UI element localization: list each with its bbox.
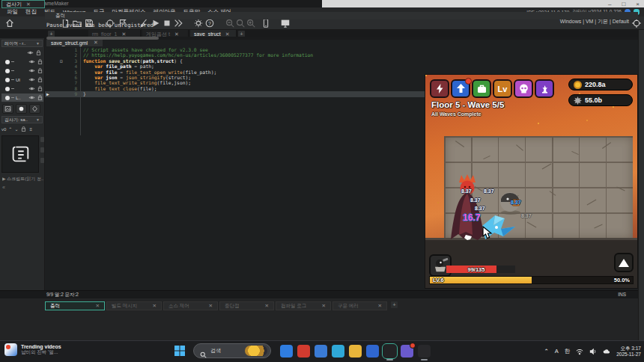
background-layer-button[interactable] (2, 104, 13, 114)
debug-icon[interactable] (173, 18, 183, 28)
layer-row-UI[interactable]: UI (1, 76, 43, 84)
game-button-inventory[interactable] (472, 79, 491, 98)
close-icon[interactable]: ✕ (378, 303, 382, 309)
output-subtab-label[interactable]: 출력 (55, 13, 65, 19)
code-line-4[interactable]: 4 var file_path = path; (45, 64, 635, 69)
menu-icon[interactable]: ≡ (29, 127, 32, 132)
layers-dropdown-label: 레이어 - r.. (4, 40, 25, 47)
layer-row-3[interactable] (1, 85, 43, 93)
output-tab-중단점[interactable]: 중단점✕ (219, 301, 274, 310)
wifi-icon[interactable] (576, 348, 583, 355)
close-icon[interactable]: ✕ (26, 1, 31, 7)
eye-icon[interactable] (28, 67, 35, 74)
help-icon[interactable]: ? (204, 18, 215, 28)
lock-icon[interactable] (37, 85, 43, 92)
close-icon[interactable]: × (636, 1, 640, 7)
script-preview[interactable] (1, 135, 39, 173)
add-output-tab-button[interactable]: + (391, 301, 398, 308)
ime-latin-indicator[interactable]: A (555, 348, 559, 355)
output-tab-컴파일 로그[interactable]: 컴파일 로그✕ (276, 301, 331, 310)
lock-icon[interactable] (37, 94, 43, 101)
layer-row-L..[interactable]: L.. (1, 93, 43, 102)
search-highlight-image[interactable] (245, 346, 267, 356)
hidden-icons-chevron[interactable]: ⌃ (544, 348, 548, 355)
scrollbar-thumb[interactable] (46, 37, 159, 40)
game-button-upgrade[interactable] (451, 79, 470, 98)
script-tool-icon[interactable] (40, 158, 44, 163)
script-readonly-label[interactable]: ▶ 스크립트(읽기 전.. (2, 176, 44, 182)
script-tool-icon[interactable] (40, 147, 44, 153)
menu-파일[interactable]: 파일 (3, 8, 22, 16)
script-tool-icon[interactable] (40, 137, 44, 142)
window-controls[interactable]: – □ × (608, 0, 643, 7)
game-button-trophy[interactable] (535, 79, 554, 98)
code-line-3[interactable]: 3⊟function save_struct(path,struct) { (45, 58, 635, 64)
code-line-2[interactable]: 2// https://help.yoyogames.com/hc/en-us/… (45, 52, 635, 58)
layer-row-1[interactable] (1, 67, 43, 75)
layer-row-0[interactable] (1, 58, 43, 66)
output-log-line: Pause event has been unregistered (46, 22, 154, 28)
inspector-dropdown[interactable]: 검사기: sa.. ▼ (1, 116, 43, 123)
eye-icon[interactable] (28, 85, 35, 92)
game-button-enemies[interactable] (514, 79, 533, 98)
close-icon[interactable]: ✕ (96, 303, 100, 309)
code-line-1[interactable]: 1// Script assets have changed for v2.3.… (45, 47, 635, 52)
taskbar-app-app-red-diamond[interactable] (297, 345, 310, 358)
eye-icon[interactable] (28, 76, 35, 83)
home-icon[interactable] (4, 18, 15, 28)
weather-widget[interactable]: Trending videos 남미의 진짜 '얼... (4, 343, 61, 356)
taskbar-app-gamemaker-active[interactable] (418, 345, 431, 358)
maximize-icon[interactable]: □ (622, 1, 625, 7)
minimize-icon[interactable]: – (608, 1, 611, 7)
taskbar-app-copilot[interactable] (280, 345, 293, 358)
lock-icon[interactable] (37, 67, 43, 74)
chevron-up-icon[interactable]: ⌃ (8, 126, 12, 132)
fold-icon[interactable]: ⊟ (60, 58, 65, 64)
taskbar-app-discord[interactable] (401, 345, 413, 358)
zoom-in-icon[interactable] (246, 18, 256, 28)
chevron-down-icon[interactable]: ⌄ (14, 126, 18, 132)
close-icon[interactable]: ✕ (265, 303, 269, 309)
taskbar-app-file-explorer[interactable] (349, 345, 362, 358)
taskbar-app-blue-tool[interactable] (366, 345, 379, 358)
layers-dropdown[interactable]: 레이어 - r.. ▼ (1, 40, 43, 47)
close-icon[interactable]: ✕ (209, 303, 213, 309)
instance-layer-button[interactable] (16, 104, 27, 114)
zoom-reset-icon[interactable] (235, 18, 246, 28)
code-line-5[interactable]: 5 var file = file_text_open_write(file_p… (45, 70, 635, 75)
menu-편집[interactable]: 편집 (22, 8, 40, 16)
search-input[interactable]: 검색 (193, 343, 271, 358)
windows-preview-icon[interactable] (280, 18, 291, 28)
output-tab-빌드 메시지[interactable]: 빌드 메시지✕ (106, 301, 162, 310)
tab-inspector[interactable]: 검사기 ✕ (1, 0, 45, 8)
volume-icon[interactable] (589, 348, 597, 355)
upgrade-arrow-button[interactable] (614, 253, 634, 272)
taskbar-app-gamemaker-running[interactable] (383, 345, 396, 358)
game-button-level[interactable]: Lv (493, 79, 512, 98)
zoom-out-icon[interactable] (225, 18, 235, 28)
taskbar-app-ms-store[interactable] (315, 345, 327, 358)
eye-icon[interactable] (28, 58, 35, 65)
device-icon[interactable] (261, 18, 271, 28)
eye-icon[interactable] (28, 94, 35, 101)
onedrive-cloud-icon[interactable] (603, 348, 610, 355)
output-tab-구문 에러[interactable]: 구문 에러✕ (332, 301, 387, 310)
lock-icon[interactable] (37, 76, 43, 83)
start-button[interactable] (174, 345, 186, 357)
game-button-power[interactable] (430, 79, 449, 98)
close-icon[interactable]: ✕ (322, 303, 326, 309)
tile-layer-button[interactable] (29, 104, 40, 114)
output-scrollbar[interactable] (45, 37, 638, 40)
lock-icon[interactable] (20, 126, 27, 132)
close-icon[interactable]: ✕ (94, 40, 98, 46)
output-tab-출력[interactable]: 출력✕ (45, 301, 105, 310)
collapse-icon[interactable]: « (2, 185, 5, 190)
close-icon[interactable]: ✕ (153, 303, 157, 309)
lock-icon[interactable] (37, 58, 43, 65)
clock[interactable]: 오후 3:17 2025-11-27 (616, 346, 641, 358)
settings-icon[interactable] (193, 18, 204, 28)
stop-icon[interactable] (162, 18, 172, 28)
output-tab-소스 제어[interactable]: 소스 제어✕ (163, 301, 218, 310)
ime-korean-indicator[interactable]: 한 (565, 348, 571, 355)
taskbar-app-edge[interactable] (332, 345, 344, 358)
